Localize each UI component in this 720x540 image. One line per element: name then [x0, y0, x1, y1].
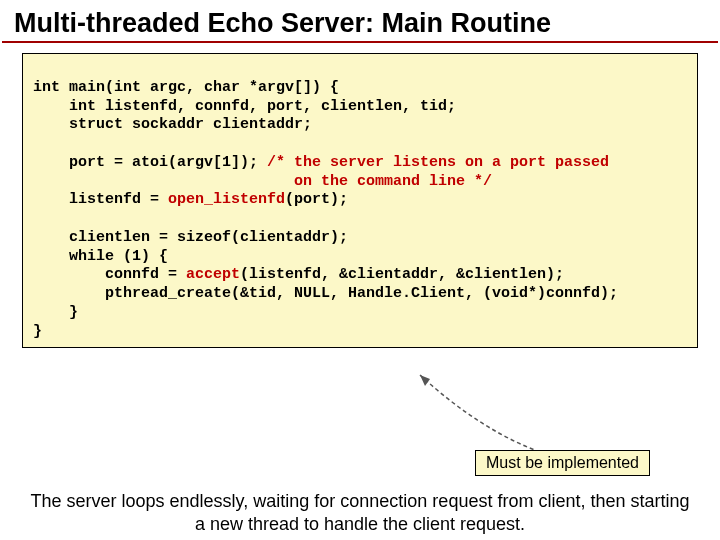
code-line: (port);	[285, 191, 348, 208]
callout-label: Must be implemented	[475, 450, 650, 476]
code-line: while (1) {	[33, 248, 168, 265]
code-line: int main(int argc, char *argv[]) {	[33, 79, 339, 96]
code-line: pthread_create(&tid, NULL, Handle.Client…	[33, 285, 618, 302]
code-block: int main(int argc, char *argv[]) { int l…	[22, 53, 698, 348]
page-title: Multi-threaded Echo Server: Main Routine	[2, 0, 718, 43]
code-line: }	[33, 323, 42, 340]
code-line: clientlen = sizeof(clientaddr);	[33, 229, 348, 246]
code-line: connfd =	[33, 266, 186, 283]
footer-text: The server loops endlessly, waiting for …	[0, 490, 720, 535]
code-comment: on the command line */	[33, 173, 492, 190]
code-line: struct sockaddr clientaddr;	[33, 116, 312, 133]
code-line: listenfd =	[33, 191, 168, 208]
code-fn-accept: accept	[186, 266, 240, 283]
code-fn-open-listenfd: open_listenfd	[168, 191, 285, 208]
code-comment: /* the server listens on a port passed	[267, 154, 609, 171]
code-line: int listenfd, connfd, port, clientlen, t…	[33, 98, 456, 115]
code-line: port = atoi(argv[1]);	[33, 154, 267, 171]
svg-marker-0	[420, 375, 430, 386]
code-line: (listenfd, &clientaddr, &clientlen);	[240, 266, 564, 283]
code-line: }	[33, 304, 78, 321]
